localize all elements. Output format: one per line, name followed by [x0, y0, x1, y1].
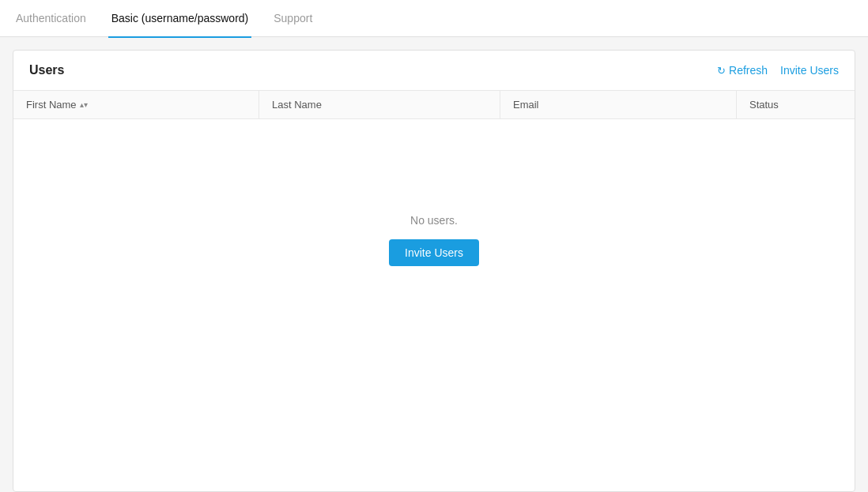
page-wrapper: Authentication Basic (username/password)…	[0, 0, 868, 492]
main-content: Users ↻ Refresh Invite Users First Name	[0, 37, 868, 492]
invite-users-header-label: Invite Users	[780, 64, 839, 77]
column-header-status[interactable]: Status	[736, 91, 855, 118]
invite-users-header-button[interactable]: Invite Users	[780, 64, 839, 77]
panel-header: Users ↻ Refresh Invite Users	[13, 51, 855, 91]
tab-basic[interactable]: Basic (username/password)	[108, 1, 252, 38]
table-header-row: First Name ▴▾ Last Name Email Status	[13, 91, 855, 119]
column-header-last-name[interactable]: Last Name	[259, 91, 500, 118]
tab-support[interactable]: Support	[270, 1, 315, 38]
refresh-icon: ↻	[717, 65, 726, 77]
panel-title: Users	[29, 63, 64, 77]
panel-actions: ↻ Refresh Invite Users	[717, 64, 839, 77]
empty-message: No users.	[410, 214, 458, 227]
empty-state: No users. Invite Users	[13, 119, 855, 361]
column-status-label: Status	[749, 99, 779, 111]
column-email-label: Email	[513, 99, 539, 111]
column-first-name-label: First Name	[26, 99, 77, 111]
tab-navigation: Authentication Basic (username/password)…	[0, 0, 868, 37]
invite-users-button[interactable]: Invite Users	[389, 239, 479, 266]
column-header-email[interactable]: Email	[500, 91, 736, 118]
sort-icon-first-name: ▴▾	[80, 101, 88, 109]
tab-authentication[interactable]: Authentication	[13, 1, 89, 38]
users-table: First Name ▴▾ Last Name Email Status	[13, 91, 855, 361]
column-last-name-label: Last Name	[272, 99, 322, 111]
users-panel: Users ↻ Refresh Invite Users First Name	[13, 50, 855, 492]
refresh-label: Refresh	[729, 64, 768, 77]
refresh-button[interactable]: ↻ Refresh	[717, 64, 768, 77]
column-header-first-name[interactable]: First Name ▴▾	[13, 91, 259, 118]
